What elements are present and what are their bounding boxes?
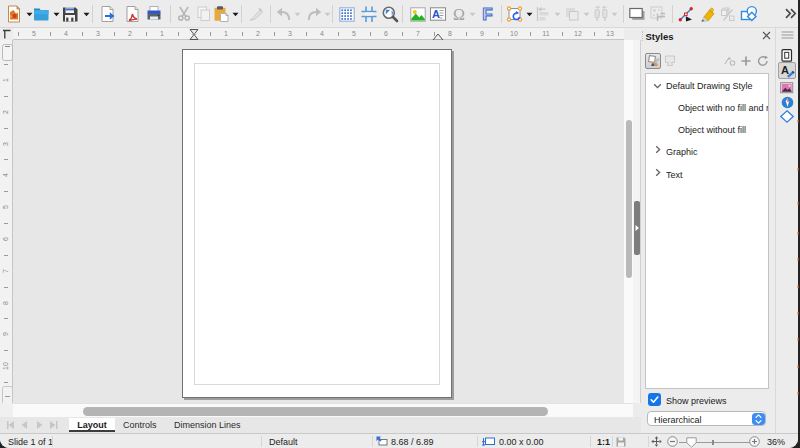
svg-text:F: F bbox=[482, 5, 492, 24]
svg-text:Ω: Ω bbox=[453, 6, 465, 23]
svg-text:A: A bbox=[432, 8, 440, 20]
svg-text:A: A bbox=[781, 64, 789, 76]
